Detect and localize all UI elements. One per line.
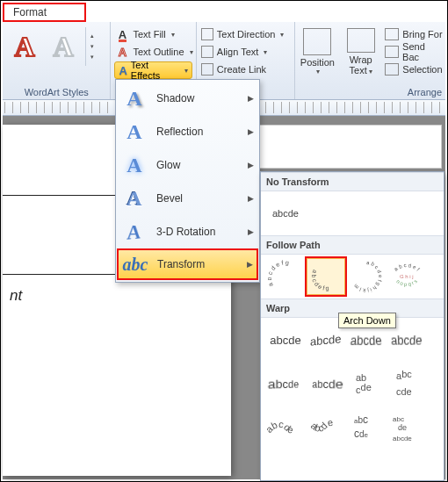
position-button[interactable]: Position ▾ xyxy=(297,25,338,76)
ring-inside-icon: abcde xyxy=(347,365,386,402)
transform-option-none[interactable]: abcde xyxy=(266,195,305,232)
text-fill-button[interactable]: A Text Fill ▾ xyxy=(112,25,193,43)
chevron-down-icon: ▾ xyxy=(316,68,320,76)
selection-pane-button[interactable]: Selection xyxy=(385,61,444,77)
menu-item-shadow[interactable]: A Shadow ▶ xyxy=(118,82,257,115)
text-outline-button[interactable]: A Text Outline ▾ xyxy=(112,43,193,61)
send-backward-label: Send Bac xyxy=(402,41,444,62)
svg-text:abc: abc xyxy=(354,414,368,426)
warp-icon: abcde xyxy=(307,409,345,446)
link-icon xyxy=(201,63,213,76)
align-text-button[interactable]: Align Text ▾ xyxy=(199,43,293,61)
group-wordart-styles: A A ▴ ▾ ▾ WordArt Styles xyxy=(3,22,111,99)
chevron-right-icon: ▶ xyxy=(247,260,253,269)
send-backward-button[interactable]: Send Bac xyxy=(385,43,444,60)
wordart-preset-1[interactable]: A xyxy=(8,27,41,66)
warp-option-1[interactable]: abcde xyxy=(266,321,305,358)
shadow-icon: A xyxy=(126,87,141,111)
transform-icon: abc xyxy=(123,255,148,275)
menu-item-reflection[interactable]: A Reflection ▶ xyxy=(118,115,257,148)
svg-text:n o p q r s: n o p q r s xyxy=(395,278,418,287)
text-box-preview xyxy=(242,125,442,169)
align-text-icon xyxy=(201,46,213,58)
chevron-down-icon: ▾ xyxy=(369,68,372,76)
selection-pane-icon xyxy=(385,63,399,76)
menu-item-bevel[interactable]: A Bevel ▶ xyxy=(118,182,257,215)
text-direction-icon xyxy=(201,28,213,40)
menu-item-glow[interactable]: A Glow ▶ xyxy=(118,148,257,182)
svg-text:abcde: abcde xyxy=(309,417,334,434)
wordart-gallery-expand[interactable]: ▴ ▾ ▾ xyxy=(85,27,98,66)
create-link-button[interactable]: Create Link xyxy=(199,61,293,78)
group-arrange: Position ▾ Wrap Text▾ Bring For Send Bac xyxy=(295,22,445,99)
text-fill-icon: A xyxy=(119,28,126,41)
svg-text:a b c d e f: a b c d e f xyxy=(393,263,420,272)
group-label-arrange: Arrange xyxy=(408,87,442,97)
transform-option-circle[interactable]: a b c d e f g h i j k l m xyxy=(347,258,386,295)
chevron-right-icon: ▶ xyxy=(248,227,254,236)
chevron-down-icon: ▾ xyxy=(190,48,193,56)
menu-label-bevel: Bevel xyxy=(156,192,183,205)
menu-label-transform: Transform xyxy=(157,258,205,270)
sample-text: abcde xyxy=(310,332,341,349)
wrap-text-icon xyxy=(347,28,375,53)
text-effects-label: Text Effects xyxy=(131,60,179,81)
text-effects-icon: A xyxy=(119,64,126,77)
sample-text: abcde xyxy=(350,333,382,349)
svg-text:a b c d e f g: a b c d e f g xyxy=(268,259,289,287)
wordart-preset-2[interactable]: A xyxy=(47,27,80,66)
deflate-icon: abcdeabcde xyxy=(387,409,426,446)
inflate-icon: abccde xyxy=(347,409,386,446)
section-no-transform: No Transform xyxy=(261,172,444,191)
tab-format[interactable]: Format xyxy=(3,3,86,22)
text-outline-label: Text Outline xyxy=(133,47,184,57)
align-text-label: Align Text xyxy=(217,47,259,57)
svg-text:abc: abc xyxy=(393,415,404,423)
circle-icon: a b c d e f g h i j k l m xyxy=(349,259,384,294)
warp-option-10[interactable]: abcde xyxy=(307,409,345,446)
transform-option-arch-down[interactable]: a b c d e f g xyxy=(307,258,345,295)
warp-option-9[interactable]: abcde xyxy=(266,409,305,446)
reflection-icon: A xyxy=(126,120,141,144)
svg-text:abc: abc xyxy=(396,369,412,381)
arch-down-icon: a b c d e f g xyxy=(308,259,343,294)
warp-option-7[interactable]: abcde xyxy=(347,365,386,402)
bring-forward-button[interactable]: Bring For xyxy=(385,25,444,42)
chevron-down-icon: ▾ xyxy=(171,31,175,39)
warp-option-5[interactable]: abcde xyxy=(266,365,305,402)
text-direction-button[interactable]: Text Direction ▾ xyxy=(199,25,293,43)
text-effects-button[interactable]: A Text Effects ▾ xyxy=(114,61,191,79)
menu-item-transform[interactable]: abc Transform ▶ xyxy=(118,248,257,280)
svg-text:abcde: abcde xyxy=(393,435,412,442)
tooltip-text: Arch Down xyxy=(343,315,391,326)
wrap-text-button[interactable]: Wrap Text▾ xyxy=(340,25,381,76)
svg-text:cde: cde xyxy=(396,386,412,397)
ring-outside-icon: abccde xyxy=(387,365,426,402)
tooltip-arch-down: Arch Down xyxy=(338,313,396,328)
warp-option-12[interactable]: abcdeabcde xyxy=(387,409,426,446)
button-path-icon: a b c d e fn o p q r sG h i j xyxy=(389,259,424,294)
bring-forward-label: Bring For xyxy=(402,29,442,40)
transform-option-button[interactable]: a b c d e fn o p q r sG h i j xyxy=(387,258,426,295)
menu-item-3d-rotation[interactable]: A 3-D Rotation ▶ xyxy=(118,215,257,248)
position-icon xyxy=(303,28,331,55)
sample-text: abcde xyxy=(272,208,299,219)
send-backward-icon xyxy=(385,46,399,58)
warp-option-8[interactable]: abccde xyxy=(387,365,426,402)
chevron-right-icon: ▶ xyxy=(248,161,254,169)
warp-option-6[interactable]: abcde xyxy=(307,365,345,402)
chevron-down-icon: ▾ xyxy=(90,43,94,50)
warp-option-11[interactable]: abccde xyxy=(347,409,386,446)
svg-text:cde: cde xyxy=(354,428,369,440)
transform-option-arch-up[interactable]: a b c d e f g xyxy=(266,258,305,295)
selection-pane-label: Selection xyxy=(402,64,442,75)
text-effects-menu: A Shadow ▶ A Reflection ▶ A Glow ▶ A Bev… xyxy=(115,79,260,283)
menu-label-rotation: 3-D Rotation xyxy=(156,226,215,238)
svg-text:cde: cde xyxy=(356,382,372,395)
bevel-icon: A xyxy=(126,187,141,211)
svg-text:a b c d e f g: a b c d e f g xyxy=(311,269,329,291)
document-text-fragment: nt xyxy=(10,287,22,305)
tab-format-label: Format xyxy=(13,6,47,18)
chevron-right-icon: ▶ xyxy=(248,94,254,103)
text-direction-label: Text Direction xyxy=(217,29,276,40)
